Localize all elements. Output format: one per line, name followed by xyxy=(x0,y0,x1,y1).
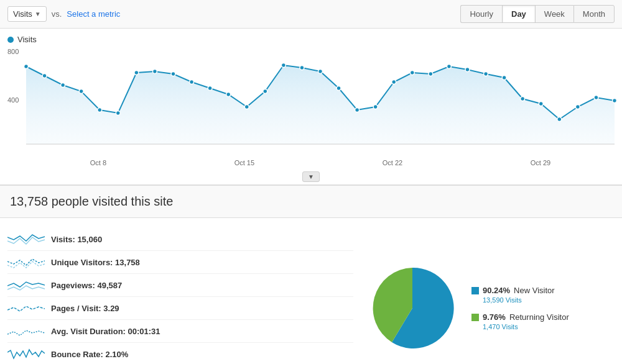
stat-row-bounce: Bounce Rate: 2.10% xyxy=(7,343,353,364)
stat-row-visits: Visits: 15,060 xyxy=(7,228,353,251)
svg-point-6 xyxy=(134,71,139,75)
stat-visits-label: Visits: 15,060 xyxy=(51,235,102,244)
stat-row-pagesvisit: Pages / Visit: 3.29 xyxy=(7,297,353,320)
pie-new-pct: 90.24% xyxy=(483,286,510,295)
chart-legend-label: Visits xyxy=(17,35,37,44)
dropdown-arrow-icon: ▼ xyxy=(35,11,41,17)
svg-point-1 xyxy=(42,74,47,78)
svg-point-9 xyxy=(190,80,194,84)
svg-point-25 xyxy=(484,72,488,76)
pie-returning-color-box xyxy=(471,314,479,321)
x-label-oct15: Oct 15 xyxy=(234,159,254,166)
metric-label: Visits xyxy=(13,9,32,19)
stat-pageviews-label: Pageviews: 49,587 xyxy=(51,281,122,290)
stat-row-duration: Avg. Visit Duration: 00:01:31 xyxy=(7,320,353,343)
toolbar: Visits ▼ vs. Select a metric Hourly Day … xyxy=(0,0,622,29)
summary-section: 13,758 people visited this site xyxy=(0,186,622,218)
month-button[interactable]: Month xyxy=(573,5,615,23)
x-label-oct22: Oct 22 xyxy=(383,159,402,166)
svg-point-19 xyxy=(373,105,378,109)
stats-left: Visits: 15,060 Unique Visitors: 13,758 P… xyxy=(7,228,353,364)
stats-right: 90.24% New Visitor 13,590 Visits 9.76% R… xyxy=(366,228,615,364)
x-axis: Oct 8 Oct 15 Oct 22 Oct 29 xyxy=(7,157,615,170)
sparkline-pagesvisit xyxy=(7,301,45,315)
week-button[interactable]: Week xyxy=(535,5,573,23)
stat-unique-label: Unique Visitors: 13,758 xyxy=(51,258,140,267)
svg-point-3 xyxy=(79,89,83,94)
svg-point-30 xyxy=(575,105,580,109)
pie-returning-visits: 1,470 Visits xyxy=(483,323,569,330)
stat-duration-label: Avg. Visit Duration: 00:01:31 xyxy=(51,327,160,336)
svg-point-8 xyxy=(171,72,175,76)
pie-new-visits: 13,590 Visits xyxy=(483,296,569,304)
svg-point-4 xyxy=(98,108,102,112)
svg-point-17 xyxy=(337,86,341,91)
svg-point-12 xyxy=(244,105,249,109)
sparkline-visits xyxy=(7,232,45,246)
sparkline-pageviews xyxy=(7,278,45,292)
day-button[interactable]: Day xyxy=(502,5,535,23)
svg-point-11 xyxy=(226,93,231,97)
svg-point-18 xyxy=(355,108,360,112)
pie-chart-container xyxy=(366,262,459,355)
stat-row-unique: Unique Visitors: 13,758 xyxy=(7,251,353,274)
svg-point-2 xyxy=(61,83,65,88)
vs-text: vs. xyxy=(52,9,62,19)
x-label-oct8: Oct 8 xyxy=(90,159,106,166)
summary-title: 13,758 people visited this site xyxy=(10,194,612,209)
svg-point-15 xyxy=(300,66,304,70)
svg-point-27 xyxy=(521,97,525,101)
pie-legend-new: 90.24% New Visitor 13,590 Visits xyxy=(471,286,569,304)
stat-pagesvisit-label: Pages / Visit: 3.29 xyxy=(51,304,119,313)
svg-point-20 xyxy=(392,80,396,84)
svg-point-29 xyxy=(557,117,562,122)
svg-point-7 xyxy=(152,70,157,74)
pie-legend-new-row: 90.24% New Visitor xyxy=(471,286,569,295)
svg-point-0 xyxy=(24,65,29,69)
pie-new-name: New Visitor xyxy=(514,286,555,295)
y-label-800: 800 xyxy=(7,48,19,55)
svg-point-24 xyxy=(465,68,470,72)
chart-section: Visits 800 400 xyxy=(0,29,622,186)
chart-area xyxy=(26,48,615,144)
svg-point-31 xyxy=(594,96,598,100)
stats-section: Visits: 15,060 Unique Visitors: 13,758 P… xyxy=(0,218,622,364)
metric-dropdown[interactable]: Visits ▼ xyxy=(7,6,47,22)
svg-point-32 xyxy=(613,99,617,103)
chart-container: 800 400 xyxy=(7,48,615,157)
stat-row-pageviews: Pageviews: 49,587 xyxy=(7,274,353,297)
pie-returning-pct: 9.76% xyxy=(483,312,506,322)
svg-point-5 xyxy=(116,111,120,116)
sparkline-unique xyxy=(7,255,45,269)
pie-legend-returning-row: 9.76% Returning Visitor xyxy=(471,312,569,322)
y-label-400: 400 xyxy=(7,96,19,104)
select-metric-link[interactable]: Select a metric xyxy=(67,9,120,19)
x-label-oct29: Oct 29 xyxy=(531,159,550,166)
svg-point-22 xyxy=(429,72,433,76)
sparkline-bounce xyxy=(7,347,45,361)
sparkline-duration xyxy=(7,324,45,338)
svg-point-10 xyxy=(208,86,212,91)
svg-point-13 xyxy=(263,89,267,94)
time-buttons: Hourly Day Week Month xyxy=(460,5,615,23)
svg-point-16 xyxy=(318,70,323,74)
pie-new-color-box xyxy=(471,287,479,294)
stat-bounce-label: Bounce Rate: 2.10% xyxy=(51,350,128,359)
chart-legend: Visits xyxy=(7,35,615,44)
svg-point-26 xyxy=(502,76,506,80)
y-axis: 800 400 xyxy=(7,48,19,157)
scroll-indicator: ▼ xyxy=(7,170,615,184)
scroll-button[interactable]: ▼ xyxy=(302,171,320,182)
svg-point-14 xyxy=(281,63,285,68)
svg-point-23 xyxy=(447,65,451,69)
pie-legend-returning: 9.76% Returning Visitor 1,470 Visits xyxy=(471,312,569,330)
hourly-button[interactable]: Hourly xyxy=(460,5,502,23)
svg-point-28 xyxy=(539,102,543,106)
toolbar-left: Visits ▼ vs. Select a metric xyxy=(7,6,120,22)
legend-dot-icon xyxy=(7,37,14,43)
pie-legend: 90.24% New Visitor 13,590 Visits 9.76% R… xyxy=(471,286,569,330)
pie-chart-svg xyxy=(366,262,459,355)
line-chart-svg xyxy=(26,48,615,144)
svg-point-21 xyxy=(410,71,414,75)
pie-returning-name: Returning Visitor xyxy=(509,312,569,322)
